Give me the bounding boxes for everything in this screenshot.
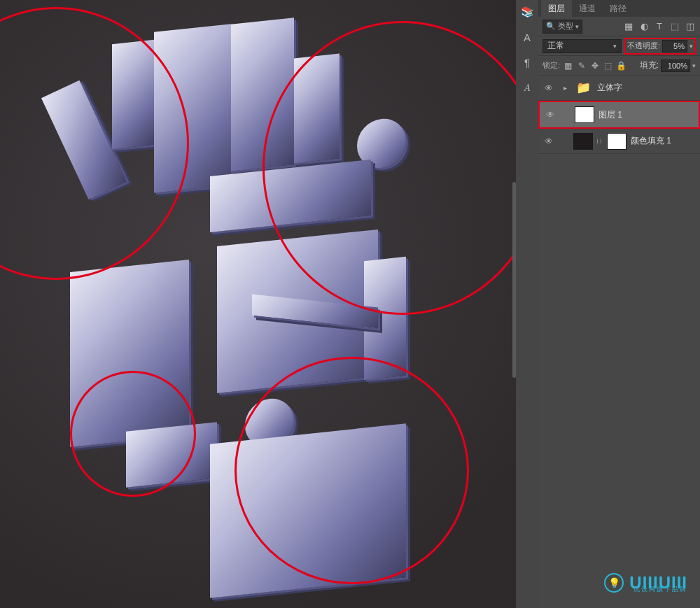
tab-paths[interactable]: 路径 <box>603 0 634 17</box>
paragraph-panel-icon[interactable]: ¶ <box>521 56 533 69</box>
folder-icon: 📁 <box>573 80 593 97</box>
search-icon: 🔍 <box>546 22 556 31</box>
lock-artboard-icon[interactable]: ⬚ <box>603 60 613 71</box>
glyphs-panel-icon[interactable]: 𝐴 <box>521 81 533 94</box>
opacity-label: 不透明度: <box>627 41 660 51</box>
visibility-toggle[interactable]: 👁 <box>542 107 558 122</box>
layer-thumbnail[interactable] <box>573 133 593 150</box>
canvas-area[interactable] <box>0 0 516 608</box>
tab-channels[interactable]: 通道 <box>572 0 603 17</box>
layer-thumbnail[interactable] <box>575 106 594 123</box>
panel-tabbar: 图层 通道 路径 <box>538 0 700 17</box>
tab-layers[interactable]: 图层 <box>541 0 572 17</box>
opacity-value[interactable]: 5% <box>662 40 687 52</box>
fill-value[interactable]: 100% <box>661 59 690 72</box>
filter-shape-icon[interactable]: ⬚ <box>669 21 680 32</box>
lock-all-icon[interactable]: 🔒 <box>616 60 626 71</box>
watermark: 💡 UIIIUIII 优设网旗下品牌 <box>604 573 687 593</box>
fill-control: 填充: 100% ▾ <box>640 59 696 72</box>
watermark-subtext: 优设网旗下品牌 <box>634 585 687 594</box>
lock-row: 锁定: ▦ ✎ ✥ ⬚ 🔒 填充: 100% ▾ <box>538 56 700 76</box>
layer-filter-dropdown[interactable]: 🔍 类型 ▾ <box>542 20 582 34</box>
blend-mode-dropdown[interactable]: 正常 ▾ <box>542 39 622 53</box>
mask-link-icon[interactable] <box>597 139 601 143</box>
layer-name[interactable]: 立体字 <box>597 82 622 94</box>
glyph-stroke <box>126 422 217 488</box>
filter-pixel-icon[interactable]: ▦ <box>623 21 634 32</box>
glyph-stroke <box>112 40 154 149</box>
fill-label: 填充: <box>640 59 659 71</box>
layers-list: 👁 ▸ 📁 立体字 👁 图层 1 👁 颜色填充 1 <box>538 76 700 608</box>
chevron-down-icon: ▾ <box>575 23 579 30</box>
layer-row[interactable]: 👁 颜色填充 1 <box>538 129 700 154</box>
chevron-down-icon: ▾ <box>613 43 617 50</box>
visibility-toggle[interactable]: 👁 <box>541 134 556 149</box>
glyph-stroke <box>210 423 406 598</box>
filter-smartobject-icon[interactable]: ◫ <box>685 21 696 32</box>
lock-position-icon[interactable]: ✥ <box>589 60 600 71</box>
layer-group-row[interactable]: 👁 ▸ 📁 立体字 <box>538 76 700 101</box>
filter-adjustment-icon[interactable]: ◐ <box>638 21 650 32</box>
lock-transparent-icon[interactable]: ▦ <box>563 60 573 71</box>
glyph-stroke <box>294 54 340 164</box>
collapsed-panel-rail: 📚 A ¶ 𝐴 <box>516 0 538 608</box>
blend-mode-value: 正常 <box>547 40 564 52</box>
layer-row-selected[interactable]: 👁 图层 1 <box>538 101 700 129</box>
glyph-stroke <box>231 17 294 171</box>
chevron-down-icon[interactable]: ▾ <box>690 43 693 50</box>
opacity-control: 不透明度: 5% ▾ <box>624 38 696 55</box>
glyph-stroke <box>70 260 189 447</box>
glyph-stroke <box>154 24 231 193</box>
lock-label: 锁定: <box>542 60 560 71</box>
filter-type-icon[interactable]: T <box>654 21 665 32</box>
libraries-icon[interactable]: 📚 <box>521 6 533 18</box>
layer-name[interactable]: 图层 1 <box>598 109 622 121</box>
mask-thumbnail[interactable] <box>607 133 626 150</box>
visibility-toggle[interactable]: 👁 <box>541 80 556 96</box>
filter-row: 🔍 类型 ▾ ▦ ◐ T ⬚ ◫ <box>538 17 700 36</box>
layer-name[interactable]: 颜色填充 1 <box>631 135 671 147</box>
layers-panel: 图层 通道 路径 🔍 类型 ▾ ▦ ◐ T ⬚ ◫ 正常 ▾ 不透明度: 5% … <box>538 0 700 608</box>
disclosure-triangle[interactable]: ▸ <box>561 84 569 92</box>
bulb-icon: 💡 <box>604 573 624 593</box>
lock-pixels-icon[interactable]: ✎ <box>576 60 587 71</box>
blend-row: 正常 ▾ 不透明度: 5% ▾ <box>538 36 700 56</box>
chevron-down-icon[interactable]: ▾ <box>692 62 696 69</box>
character-panel-icon[interactable]: A <box>521 31 533 43</box>
filter-label: 类型 <box>558 21 573 31</box>
